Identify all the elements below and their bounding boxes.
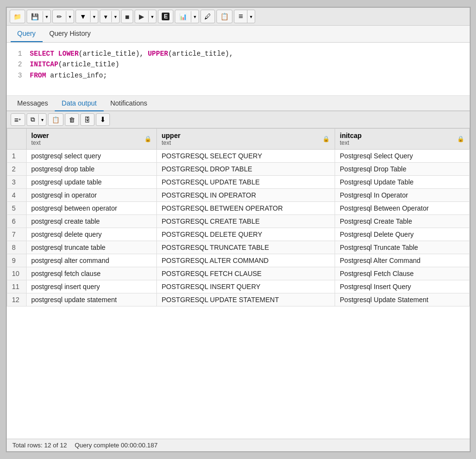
initcap-cell: Postgresql Select Query [335, 150, 469, 163]
tab-data-output[interactable]: Data output [55, 96, 103, 111]
table-row[interactable]: 5postgresql between operatorPOSTGRESQL B… [7, 202, 469, 215]
run-dropdown-arrow[interactable]: ▾ [149, 12, 156, 21]
tab-notifications[interactable]: Notifications [104, 96, 154, 111]
edit-dropdown-arrow[interactable]: ▾ [66, 12, 74, 21]
db-button[interactable]: 🗄 [80, 113, 94, 126]
open-file-button[interactable]: 📁 [10, 10, 25, 23]
initcap-cell: Postgresql Update Table [335, 176, 469, 189]
query-time-status: Query complete 00:00:00.187 [75, 442, 157, 449]
table-row[interactable]: 12postgresql update statementPOSTGRESQL … [7, 293, 469, 306]
no-limit-label: ▾ [100, 11, 112, 22]
download-button[interactable]: ⬇ [96, 113, 110, 126]
add-row-button[interactable]: ≡+ [11, 113, 25, 126]
upper-cell: POSTGRESQL BETWEEN OPERATOR [156, 202, 335, 215]
list-dropdown-arrow[interactable]: ▾ [247, 12, 255, 21]
tab-messages[interactable]: Messages [11, 96, 55, 111]
upper-cell: POSTGRESQL IN OPERATOR [156, 189, 335, 202]
stop-icon: ■ [125, 13, 129, 21]
sql-line-3: 3 FROM articles_info; [15, 70, 462, 81]
upper-cell: POSTGRESQL DROP TABLE [156, 163, 335, 176]
upper-cell: POSTGRESQL CREATE TABLE [156, 215, 335, 228]
edit-button[interactable]: ✏ [53, 11, 66, 22]
row-num-cell: 2 [7, 163, 26, 176]
run-dropdown[interactable]: ▶ ▾ [135, 10, 156, 23]
sql-line-1: 1 SELECT LOWER(article_title), UPPER(art… [15, 48, 462, 59]
upper-cell: POSTGRESQL SELECT QUERY [156, 150, 335, 163]
lower-cell: postgresql truncate table [26, 241, 156, 254]
row-num-cell: 11 [7, 280, 26, 293]
main-window: 📁 💾 ▾ ✏ ▾ ▼ ▾ ▾ ▾ ■ ▶ ▾ E 📊 ▾ [6, 7, 471, 452]
list-dropdown[interactable]: ≡ ▾ [234, 10, 255, 23]
edit-dropdown[interactable]: ✏ ▾ [52, 10, 74, 23]
tab-query-history[interactable]: Query History [43, 26, 98, 42]
lower-cell: postgresql update table [26, 176, 156, 189]
lower-cell: postgresql in operator [26, 189, 156, 202]
initcap-cell: Postgresql Truncate Table [335, 241, 469, 254]
explain-button[interactable]: E [158, 10, 173, 23]
save-dropdown[interactable]: 💾 ▾ [27, 10, 51, 23]
sql-editor[interactable]: 1 SELECT LOWER(article_title), UPPER(art… [7, 43, 470, 96]
no-limit-dropdown[interactable]: ▾ ▾ [100, 10, 120, 23]
table-row[interactable]: 9postgresql alter commandPOSTGRESQL ALTE… [7, 254, 469, 267]
sql-code-3: FROM articles_info; [30, 70, 107, 81]
paste-button[interactable]: 📋 [48, 113, 63, 126]
line-number-1: 1 [15, 48, 22, 59]
initcap-lock-icon: 🔒 [457, 136, 464, 142]
table-row[interactable]: 11postgresql insert queryPOSTGRESQL INSE… [7, 280, 469, 293]
initcap-cell: Postgresql Drop Table [335, 163, 469, 176]
sql-code-1: SELECT LOWER(article_title), UPPER(artic… [30, 48, 233, 59]
lower-cell: postgresql fetch clause [26, 267, 156, 280]
table-row[interactable]: 7postgresql delete queryPOSTGRESQL DELET… [7, 228, 469, 241]
row-num-cell: 9 [7, 254, 26, 267]
filter-button[interactable]: ▼ [76, 11, 91, 22]
copy-dropdown-arrow[interactable]: ▾ [39, 115, 46, 124]
table-row[interactable]: 10postgresql fetch clausePOSTGRESQL FETC… [7, 267, 469, 280]
initcap-cell: Postgresql Update Statement [335, 293, 469, 306]
row-num-cell: 6 [7, 215, 26, 228]
scratchpad2-button[interactable]: 📋 [216, 10, 232, 23]
upper-col-header: upper text 🔒 [156, 129, 335, 150]
stop-button[interactable]: ■ [121, 10, 133, 23]
table-row[interactable]: 2postgresql drop tablePOSTGRESQL DROP TA… [7, 163, 469, 176]
save-button[interactable]: 💾 [27, 11, 43, 22]
run-button[interactable]: ▶ [135, 11, 149, 22]
filter-dropdown[interactable]: ▼ ▾ [76, 10, 99, 23]
query-tabs-bar: Query Query History [7, 26, 470, 43]
lower-cell: postgresql drop table [26, 163, 156, 176]
lower-cell: postgresql delete query [26, 228, 156, 241]
lower-cell: postgresql insert query [26, 280, 156, 293]
table-row[interactable]: 3postgresql update tablePOSTGRESQL UPDAT… [7, 176, 469, 189]
upper-cell: POSTGRESQL INSERT QUERY [156, 280, 335, 293]
upper-cell: POSTGRESQL ALTER COMMAND [156, 254, 335, 267]
lower-cell: postgresql between operator [26, 202, 156, 215]
chart-button[interactable]: 📊 [175, 11, 191, 22]
scratchpad1-icon: 🖊 [204, 13, 211, 20]
lower-col-header: lower text 🔒 [26, 129, 156, 150]
scratchpad1-button[interactable]: 🖊 [200, 10, 215, 23]
chart-dropdown[interactable]: 📊 ▾ [175, 10, 199, 23]
main-toolbar: 📁 💾 ▾ ✏ ▾ ▼ ▾ ▾ ▾ ■ ▶ ▾ E 📊 ▾ [7, 8, 470, 26]
table-row[interactable]: 8postgresql truncate tablePOSTGRESQL TRU… [7, 241, 469, 254]
delete-button[interactable]: 🗑 [65, 113, 79, 126]
sql-code-2: INITCAP(article_title) [30, 59, 120, 70]
copy-button[interactable]: ⧉ [27, 114, 39, 125]
initcap-cell: Postgresql Create Table [335, 215, 469, 228]
save-dropdown-arrow[interactable]: ▾ [43, 12, 50, 21]
table-row[interactable]: 4postgresql in operatorPOSTGRESQL IN OPE… [7, 189, 469, 202]
initcap-cell: Postgresql Alter Command [335, 254, 469, 267]
row-num-cell: 5 [7, 202, 26, 215]
row-num-cell: 3 [7, 176, 26, 189]
tab-query[interactable]: Query [11, 26, 43, 42]
filter-dropdown-arrow[interactable]: ▾ [91, 12, 98, 21]
list-button[interactable]: ≡ [234, 10, 247, 23]
table-row[interactable]: 1postgresql select queryPOSTGRESQL SELEC… [7, 150, 469, 163]
no-limit-arrow[interactable]: ▾ [112, 12, 119, 21]
upper-cell: POSTGRESQL FETCH CLAUSE [156, 267, 335, 280]
data-toolbar: ≡+ ⧉ ▾ 📋 🗑 🗄 ⬇ [7, 111, 470, 128]
row-num-cell: 12 [7, 293, 26, 306]
table-row[interactable]: 6postgresql create tablePOSTGRESQL CREAT… [7, 215, 469, 228]
copy-dropdown[interactable]: ⧉ ▾ [27, 113, 46, 126]
folder-icon: 📁 [14, 13, 21, 20]
chart-dropdown-arrow[interactable]: ▾ [191, 12, 199, 21]
upper-cell: POSTGRESQL DELETE QUERY [156, 228, 335, 241]
